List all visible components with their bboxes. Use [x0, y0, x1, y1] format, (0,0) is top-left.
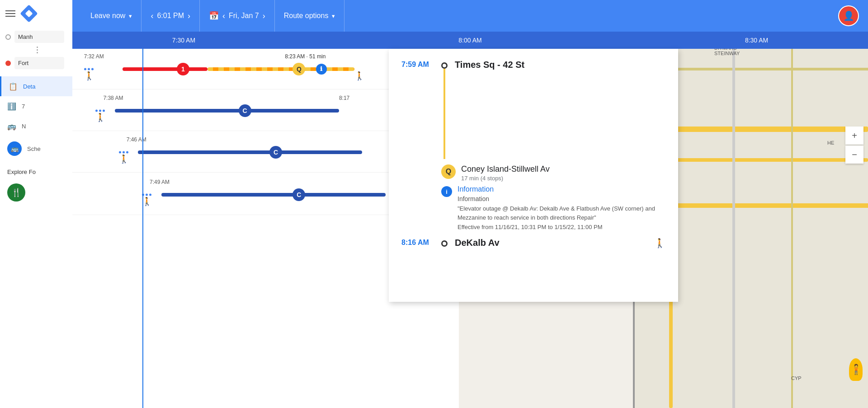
map-label-cyp: CYP — [791, 375, 802, 381]
popup-panel: 7:59 AM Times Sq - 42 St Q Coney Island-… — [389, 49, 678, 302]
time-prev[interactable]: ‹ — [151, 11, 153, 21]
popup-transit-duration: 17 min (4 stops) — [461, 175, 550, 182]
time-marker-830: 8:30 AM — [745, 37, 768, 44]
bus-icon: 🚌 — [7, 122, 16, 131]
info-badge-1[interactable]: ℹ — [316, 64, 327, 75]
zoom-out-button[interactable]: − — [845, 145, 863, 164]
badge-q-train: Q — [292, 63, 305, 75]
popup-transit-row: Q Coney Island-Stillwell Av 17 min (4 st… — [441, 164, 665, 182]
origin-input[interactable]: Manh — [14, 31, 64, 43]
route-inputs: Manh Fort — [0, 27, 72, 73]
details-icon: 📋 — [9, 82, 18, 91]
popup-stop1-name: Times Sq - 42 St — [455, 60, 524, 70]
hamburger-menu[interactable] — [5, 10, 15, 17]
popup-q-badge: Q — [441, 164, 456, 179]
sidebar-item-transit[interactable]: ℹ️ 7 — [0, 96, 72, 116]
schedule-bus-icon: 🚌 — [7, 141, 22, 156]
route3-navy-bar — [138, 150, 362, 154]
origin-row: Manh — [5, 31, 67, 43]
date-prev[interactable]: ‹ — [222, 11, 225, 21]
date-next[interactable]: › — [263, 11, 265, 21]
pegman[interactable]: 🧍 — [849, 358, 863, 381]
time-marker-730: 7:30 AM — [172, 37, 195, 44]
badge-c-train-2: C — [239, 104, 251, 117]
map-label-he: HE — [827, 140, 834, 145]
nav-logo — [20, 5, 38, 23]
popup-info-title: Information — [458, 185, 665, 193]
origin-dot — [5, 34, 11, 40]
time-next[interactable]: › — [188, 11, 190, 21]
current-time-line — [142, 49, 143, 408]
transit-label: 7 — [22, 103, 25, 110]
user-avatar[interactable]: 👤 — [838, 5, 859, 26]
popup-stop2-row: 8:16 AM DeKalb Av 🚶 — [401, 238, 665, 249]
bus-label: N — [22, 123, 26, 130]
time-marker-800: 8:00 AM — [458, 37, 481, 44]
popup-info-text: "Elevator outage @ Dekalb Av: Dekalb Ave… — [458, 204, 665, 222]
route2-navy-bar — [115, 109, 339, 113]
walk-end-icon: 🚶 — [354, 71, 364, 81]
popup-info-label: Information — [458, 195, 665, 202]
badge-c-train-4: C — [292, 188, 305, 201]
route4-navy-bar — [161, 193, 386, 197]
sidebar-item-bus[interactable]: 🚌 N — [0, 116, 72, 136]
transit-icon: ℹ️ — [7, 102, 16, 111]
popup-transit-dest: Coney Island-Stillwell Av — [461, 164, 550, 174]
date-label: Fri, Jan 7 — [229, 12, 259, 20]
popup-walk-icon: 🚶 — [654, 238, 665, 249]
dest-row: Fort — [5, 57, 67, 69]
schedule-label: Sche — [27, 145, 41, 152]
time-label: 6:01 PM — [157, 12, 184, 20]
sidebar-item-details[interactable]: 📋 Deta — [0, 76, 72, 96]
time-section: ‹ 6:01 PM › — [142, 0, 200, 32]
popup-stop2-connector — [441, 238, 448, 247]
route-options-dropdown[interactable]: ▾ — [332, 13, 335, 19]
popup-stop1-row: 7:59 AM Times Sq - 42 St — [401, 60, 665, 159]
route2-walk-dots — [95, 109, 105, 112]
calendar-icon: 📅 — [209, 11, 219, 21]
top-bar: Leave now ▾ ‹ 6:01 PM › 📅 ‹ Fri, Jan 7 ›… — [72, 0, 868, 32]
dest-input[interactable]: Fort — [14, 57, 64, 69]
popup-stop2-time: 8:16 AM — [401, 238, 434, 247]
yellow-bar — [208, 67, 354, 71]
dest-dot — [5, 61, 11, 66]
popup-stop1-connector — [441, 60, 448, 159]
sidebar: Manh Fort 📋 Deta ℹ️ 7 🚌 N 🚌 Sche — [0, 0, 72, 408]
route-options-label: Route options — [284, 12, 329, 20]
date-section: 📅 ‹ Fri, Jan 7 › — [200, 0, 275, 32]
explore-food-item[interactable]: 🍴 — [0, 179, 72, 206]
route2-arrive: 8:17 — [339, 95, 349, 101]
route3-depart: 7:46 AM — [127, 136, 146, 143]
explore-label: Explore Fo — [0, 161, 72, 179]
route3-walk-dots — [119, 151, 128, 153]
popup-info-row: i Information Information "Elevator outa… — [441, 185, 665, 230]
popup-stop1-line — [443, 69, 445, 159]
popup-stop2-name: DeKalb Av — [455, 238, 500, 248]
details-label: Deta — [23, 83, 35, 90]
popup-info-icon: i — [441, 186, 452, 197]
sidebar-item-schedule[interactable]: 🚌 Sche — [0, 136, 72, 161]
leave-now-dropdown[interactable]: ▾ — [129, 13, 132, 19]
leave-now-section: Leave now ▾ — [81, 0, 142, 32]
popup-transit-info: Coney Island-Stillwell Av 17 min (4 stop… — [461, 164, 550, 182]
time-ruler: 7:30 AM 8:00 AM 8:30 AM — [72, 32, 868, 49]
red-bar — [123, 67, 208, 71]
popup-stop1-dot — [441, 62, 448, 69]
sidebar-nav: 📋 Deta ℹ️ 7 🚌 N 🚌 Sche — [0, 76, 72, 161]
route2-depart: 7:38 AM — [103, 95, 123, 101]
leave-now-label: Leave now — [90, 12, 125, 20]
popup-info-content: Information Information "Elevator outage… — [458, 185, 665, 230]
badge-c-train-3: C — [269, 146, 282, 159]
route4-walk-dots — [142, 193, 151, 196]
map-controls: + − — [845, 127, 863, 164]
route1-duration: 8:23 AM · 51 min — [285, 53, 326, 60]
walk-start-icon: 🚶 — [84, 71, 94, 81]
route-connector — [5, 47, 67, 53]
sidebar-header — [0, 0, 72, 27]
badge-1-train: 1 — [177, 63, 189, 75]
food-icon: 🍴 — [7, 183, 25, 202]
route4-walk-icon: 🚶 — [142, 197, 152, 206]
zoom-in-button[interactable]: + — [845, 127, 863, 145]
route1-depart: 7:32 AM — [84, 53, 104, 60]
pegman-figure: 🧍 — [849, 358, 863, 381]
